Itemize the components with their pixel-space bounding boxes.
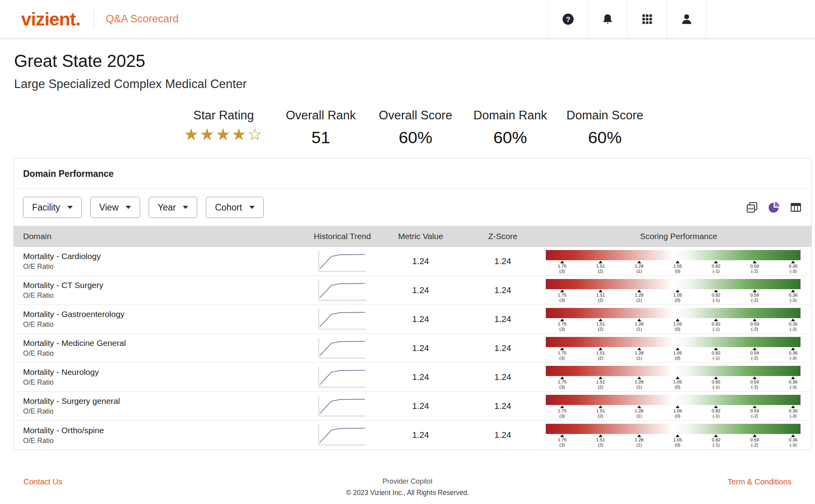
tick-marker-icon: [637, 376, 641, 379]
tick-value: 1.05: [673, 322, 682, 327]
facility-filter-dropdown[interactable]: Facility: [23, 197, 82, 218]
terms-link[interactable]: Term & Conditions: [728, 477, 792, 486]
tick-value: 1.28: [635, 264, 643, 269]
tick-score: (-1): [712, 269, 720, 274]
tick-score: (-3): [789, 298, 797, 303]
tick-score: (-2): [750, 327, 759, 332]
domain-cell: Mortality - Neurology O/E Ratio: [14, 367, 303, 387]
tick-score: (-3): [789, 356, 797, 361]
bell-icon: [601, 13, 614, 26]
tick-value: 1.51: [596, 293, 605, 298]
tick-marker-icon: [714, 319, 718, 321]
tick-score: (2): [596, 356, 605, 361]
tick-score: (-1): [712, 356, 720, 361]
column-header-zscore: Z-Score: [460, 232, 546, 241]
metric-value: 1.24: [381, 401, 460, 411]
tick-score: (1): [635, 356, 643, 361]
column-header-domain: Domain: [14, 232, 303, 241]
z-score: 1.24: [460, 372, 546, 382]
notifications-button[interactable]: [588, 0, 627, 38]
domain-name: Mortality - Medicine General: [23, 338, 303, 348]
tick-marker-icon: [676, 376, 680, 379]
z-score: 1.24: [460, 401, 546, 411]
tick-marker-icon: [676, 347, 680, 350]
tick-marker-icon: [560, 290, 564, 292]
scale-tick: 1.51(2): [596, 434, 605, 448]
scale-ticks: 1.75(3)1.51(2)1.28(1)1.05(0)0.82(-1)0.59…: [546, 318, 801, 333]
table-row: Mortality - Medicine General O/E Ratio 1…: [14, 334, 811, 363]
z-score: 1.24: [460, 343, 546, 353]
scale-tick: 1.75(3): [558, 260, 566, 274]
scoring-cell: 1.75(3)1.51(2)1.28(1)1.05(0)0.82(-1)0.59…: [546, 392, 811, 420]
help-button[interactable]: ?: [548, 0, 588, 38]
pdf-export-icon[interactable]: PDF: [746, 201, 758, 214]
tick-score: (2): [596, 298, 605, 303]
historical-trend-sparkline: [317, 366, 367, 389]
scoring-gradient-bar: [546, 250, 801, 260]
scoring-performance-scale: 1.75(3)1.51(2)1.28(1)1.05(0)0.82(-1)0.59…: [546, 366, 801, 391]
tick-marker-icon: [791, 405, 795, 408]
tick-marker-icon: [714, 347, 718, 350]
tick-value: 1.05: [673, 293, 682, 298]
historical-trend-sparkline: [317, 424, 367, 446]
tick-marker-icon: [676, 290, 680, 292]
tick-value: 1.75: [558, 264, 566, 269]
scale-tick: 1.05(0): [673, 376, 682, 390]
vizient-logo[interactable]: vizient.: [21, 8, 80, 30]
tick-score: (-2): [750, 269, 759, 274]
tick-value: 0.36: [789, 293, 797, 298]
tick-value: 1.05: [673, 351, 682, 356]
tick-value: 1.05: [673, 380, 682, 385]
stat-value: 60%: [463, 128, 558, 147]
scale-tick: 1.51(2): [596, 289, 605, 303]
historical-trend-sparkline: [317, 308, 367, 331]
apps-button[interactable]: [627, 0, 667, 38]
user-profile-button[interactable]: [667, 0, 706, 38]
chevron-down-icon: [126, 206, 131, 209]
tick-value: 1.28: [635, 293, 643, 298]
tick-score: (-3): [789, 414, 797, 419]
tick-value: 0.59: [750, 437, 759, 443]
cohort-filter-dropdown[interactable]: Cohort: [206, 197, 263, 218]
tick-score: (1): [635, 385, 643, 390]
scale-tick: 0.36(-3): [789, 434, 797, 448]
tick-score: (2): [596, 443, 605, 448]
tick-value: 1.75: [558, 351, 566, 356]
domain-name: Mortality - Neurology: [23, 367, 303, 377]
tick-value: 1.28: [635, 437, 643, 443]
pie-chart-icon[interactable]: [768, 201, 780, 214]
stat-value: 60%: [558, 128, 652, 147]
tick-marker-icon: [560, 376, 564, 379]
tick-marker-icon: [676, 405, 680, 408]
scoring-cell: 1.75(3)1.51(2)1.28(1)1.05(0)0.82(-1)0.59…: [546, 306, 811, 333]
scale-tick: 0.36(-3): [789, 405, 797, 419]
scale-tick: 1.28(1): [635, 405, 643, 419]
filter-label: View: [99, 202, 119, 213]
tick-value: 0.59: [750, 409, 759, 414]
tick-marker-icon: [560, 405, 564, 408]
contact-us-link[interactable]: Contact Us: [23, 477, 62, 486]
view-filter-dropdown[interactable]: View: [90, 197, 140, 218]
scale-tick: 1.05(0): [673, 434, 682, 448]
scale-ticks: 1.75(3)1.51(2)1.28(1)1.05(0)0.82(-1)0.59…: [546, 347, 801, 362]
table-view-icon[interactable]: [790, 201, 802, 214]
domain-cell: Mortality - Medicine General O/E Ratio: [14, 338, 303, 358]
tick-score: (-3): [789, 385, 797, 390]
scale-tick: 1.51(2): [596, 318, 605, 332]
year-filter-dropdown[interactable]: Year: [149, 197, 197, 218]
stat-label: Domain Rank: [463, 108, 558, 122]
filter-label: Facility: [32, 202, 60, 213]
domain-cell: Mortality - Ortho/spine O/E Ratio: [14, 426, 303, 445]
scale-tick: 0.82(-1): [712, 405, 720, 419]
table-row: Mortality - CT Surgery O/E Ratio 1.24 1.…: [14, 276, 811, 305]
scale-tick: 1.75(3): [558, 434, 566, 448]
tick-score: (-1): [712, 414, 720, 419]
scale-tick: 1.75(3): [558, 347, 566, 361]
stat-label: Domain Score: [558, 108, 652, 122]
tick-value: 1.75: [558, 437, 566, 443]
scale-tick: 1.51(2): [596, 347, 605, 361]
scale-tick: 1.28(1): [635, 347, 643, 361]
stats-row: Star Rating ★★★★☆ Overall Rank 51 Overal…: [174, 108, 815, 147]
tick-marker-icon: [560, 347, 564, 350]
metric-value: 1.24: [381, 343, 460, 353]
